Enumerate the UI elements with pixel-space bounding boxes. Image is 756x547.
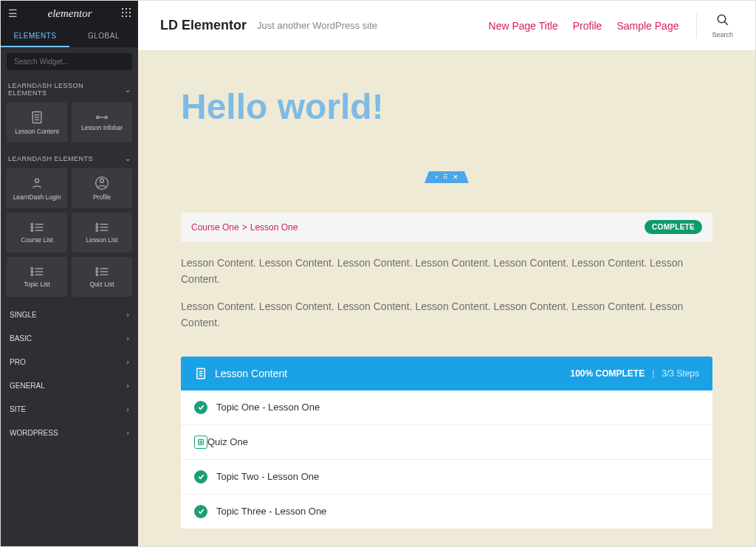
svg-line-44 bbox=[724, 21, 728, 25]
widget-label: Course List bbox=[21, 236, 53, 244]
search-icon bbox=[716, 13, 729, 27]
site-header: LD Elementor Just another WordPress site… bbox=[138, 1, 755, 51]
chevron-right-icon: › bbox=[126, 428, 129, 437]
add-section-icon[interactable]: + bbox=[435, 173, 439, 181]
svg-rect-5 bbox=[129, 12, 131, 13]
widget-profile[interactable]: Profile bbox=[72, 168, 132, 208]
apps-icon[interactable] bbox=[122, 7, 131, 19]
svg-point-19 bbox=[31, 224, 33, 226]
svg-rect-8 bbox=[129, 16, 131, 17]
category-general[interactable]: GENERAL› bbox=[1, 374, 138, 397]
chevron-right-icon: › bbox=[126, 405, 129, 413]
category-basic[interactable]: BASIC› bbox=[1, 326, 138, 350]
edit-section-icon[interactable]: ⠿ bbox=[443, 173, 448, 181]
check-icon bbox=[194, 505, 207, 518]
section-header-lesson-elements[interactable]: LEARNDASH LESSON ELEMENTS ⌄ bbox=[1, 76, 138, 103]
progress-percent: 100% COMPLETE bbox=[570, 368, 645, 379]
nav-link-profile[interactable]: Profile bbox=[573, 20, 602, 32]
svg-rect-2 bbox=[129, 8, 131, 10]
site-title: LD Elementor bbox=[160, 18, 247, 33]
close-section-icon[interactable]: ✕ bbox=[453, 173, 458, 181]
breadcrumb-separator: > bbox=[242, 222, 247, 233]
steps-label: 3/3 Steps bbox=[662, 368, 699, 379]
svg-rect-3 bbox=[122, 12, 123, 13]
elementor-section-handle[interactable]: + ⠿ ✕ bbox=[425, 171, 469, 183]
widget-label: Topic List bbox=[24, 281, 49, 288]
widget-course-list[interactable]: Course List bbox=[7, 213, 67, 252]
nav-link-sample-page[interactable]: Sample Page bbox=[616, 20, 678, 32]
svg-rect-7 bbox=[126, 16, 127, 17]
chevron-right-icon: › bbox=[126, 310, 129, 319]
preview-canvas: LD Elementor Just another WordPress site… bbox=[138, 1, 755, 546]
widget-lesson-list[interactable]: Lesson List bbox=[72, 213, 132, 252]
lesson-item-topic-three[interactable]: Topic Three - Lesson One bbox=[181, 495, 712, 529]
category-list: SINGLE› BASIC› PRO› GENERAL› SITE› WORDP… bbox=[1, 303, 138, 444]
svg-point-25 bbox=[96, 224, 98, 226]
widget-topic-list[interactable]: Topic List bbox=[7, 257, 67, 297]
tab-elements[interactable]: ELEMENTS bbox=[1, 26, 69, 47]
check-icon bbox=[194, 470, 207, 484]
lesson-item-label: Quiz One bbox=[207, 436, 248, 447]
lesson-item-quiz-one[interactable]: Quiz One bbox=[181, 425, 712, 460]
lesson-item-topic-one[interactable]: Topic One - Lesson One bbox=[181, 391, 712, 425]
breadcrumb: Course One > Lesson One COMPLETE bbox=[181, 213, 712, 241]
category-site[interactable]: SITE› bbox=[1, 397, 138, 421]
svg-point-50 bbox=[200, 441, 202, 443]
breadcrumb-lesson-link[interactable]: Lesson One bbox=[250, 222, 298, 233]
svg-point-39 bbox=[96, 271, 98, 273]
document-icon bbox=[194, 367, 207, 380]
category-single[interactable]: SINGLE› bbox=[1, 303, 138, 326]
svg-point-23 bbox=[31, 230, 33, 232]
sidebar-topbar: ☰ elementor bbox=[1, 1, 138, 26]
chevron-down-icon: ⌄ bbox=[125, 154, 131, 162]
tab-global[interactable]: GLOBAL bbox=[69, 26, 138, 47]
widget-label: Quiz List bbox=[89, 281, 114, 288]
category-pro[interactable]: PRO› bbox=[1, 350, 138, 374]
sidebar-tabs: ELEMENTS GLOBAL bbox=[1, 26, 138, 47]
sidebar-brand: elementor bbox=[48, 7, 92, 20]
svg-point-21 bbox=[31, 227, 33, 229]
svg-point-15 bbox=[105, 116, 107, 118]
section-title: LEARNDASH ELEMENTS bbox=[8, 155, 93, 162]
breadcrumb-course-link[interactable]: Course One bbox=[191, 222, 239, 233]
widget-lesson-content[interactable]: Lesson Content bbox=[7, 103, 67, 142]
widget-quiz-list[interactable]: Quiz List bbox=[72, 257, 132, 297]
lesson-item-label: Topic One - Lesson One bbox=[216, 402, 320, 413]
section-title: LEARNDASH LESSON ELEMENTS bbox=[8, 82, 125, 97]
chevron-right-icon: › bbox=[126, 381, 129, 390]
svg-rect-0 bbox=[122, 8, 123, 10]
widget-lesson-infobar[interactable]: Lesson Infobar bbox=[72, 103, 132, 142]
svg-rect-6 bbox=[122, 16, 123, 17]
meta-divider: | bbox=[652, 368, 654, 379]
primary-nav: New Page Title Profile Sample Page bbox=[489, 20, 679, 32]
svg-point-17 bbox=[100, 179, 104, 182]
nav-link-new-page[interactable]: New Page Title bbox=[489, 20, 558, 32]
status-badge: COMPLETE bbox=[645, 220, 702, 234]
widget-label: Lesson List bbox=[86, 236, 118, 244]
svg-point-29 bbox=[96, 230, 98, 232]
section-header-learndash-elements[interactable]: LEARNDASH ELEMENTS ⌄ bbox=[1, 148, 138, 168]
elementor-sidebar: ☰ elementor ELEMENTS GLOBAL LEARNDASH LE… bbox=[1, 1, 138, 546]
widget-label: LearnDash Login bbox=[13, 193, 61, 201]
svg-rect-1 bbox=[126, 8, 127, 10]
menu-icon[interactable]: ☰ bbox=[8, 7, 18, 19]
search-button[interactable]: Search bbox=[696, 13, 733, 38]
check-icon bbox=[194, 401, 207, 414]
svg-rect-49 bbox=[199, 439, 204, 444]
chevron-right-icon: › bbox=[126, 357, 129, 366]
page-body: Hello world! + ⠿ ✕ Course One > Lesson O… bbox=[138, 51, 755, 546]
lesson-item-topic-two[interactable]: Topic Two - Lesson One bbox=[181, 460, 712, 495]
svg-point-16 bbox=[35, 179, 39, 182]
category-wordpress[interactable]: WORDPRESS› bbox=[1, 421, 138, 444]
widget-learndash-login[interactable]: LearnDash Login bbox=[7, 168, 67, 208]
widget-label: Profile bbox=[93, 193, 111, 201]
svg-point-27 bbox=[96, 227, 98, 229]
svg-point-37 bbox=[96, 268, 98, 270]
widget-label: Lesson Content bbox=[15, 128, 59, 135]
chevron-right-icon: › bbox=[126, 334, 129, 343]
sidebar-search bbox=[1, 47, 138, 76]
lesson-content-card: Lesson Content 100% COMPLETE | 3/3 Steps… bbox=[181, 357, 712, 529]
search-input[interactable] bbox=[7, 53, 132, 70]
svg-point-41 bbox=[96, 274, 98, 276]
svg-point-13 bbox=[97, 116, 99, 118]
